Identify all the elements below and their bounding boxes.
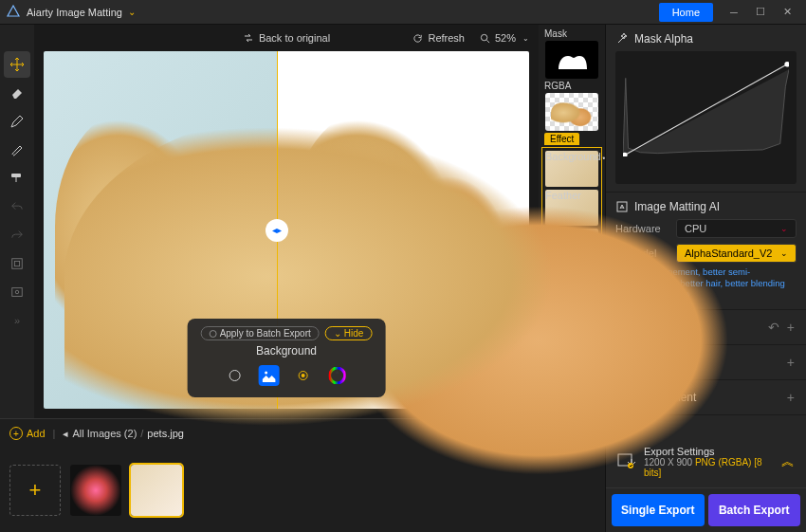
svg-point-4 [15,290,19,294]
redo-button[interactable] [4,222,30,248]
pencil-tool[interactable] [4,108,30,135]
tool-sidebar: » [0,25,34,418]
expand-sidebar-button[interactable]: » [4,307,30,334]
popup-title: Background [201,344,373,358]
back-to-original-button[interactable]: Back to original [243,32,330,44]
fit-tool[interactable] [4,250,30,277]
move-tool[interactable] [4,51,30,78]
svg-point-12 [784,62,789,67]
compare-tool[interactable] [4,279,30,305]
mask-alpha-title: Mask Alpha [634,32,693,46]
zoom-control[interactable]: 52%⌄ [480,32,529,44]
edit-undo-icon[interactable]: ↶ [768,320,779,335]
svg-rect-3 [12,288,23,297]
undo-button[interactable] [4,193,30,220]
thumbnail-2[interactable] [131,465,182,516]
bg-image-option[interactable] [259,365,280,386]
minimize-button[interactable]: ─ [721,3,747,22]
add-image-button[interactable]: +Add [9,427,46,440]
svg-rect-1 [12,259,23,269]
eraser-tool[interactable] [4,80,30,106]
color-picker-button[interactable] [327,365,348,386]
svg-rect-0 [11,174,21,177]
bg-none-option[interactable] [225,365,246,386]
mask-label: Mask [539,28,567,39]
mask-alpha-histogram[interactable] [615,51,797,184]
home-button[interactable]: Home [659,3,713,22]
title-dropdown-icon[interactable]: ⌄ [128,7,136,17]
app-logo-icon [6,5,21,20]
close-button[interactable]: ✕ [774,3,800,22]
brush-tool[interactable] [4,137,30,163]
refresh-button[interactable]: Refresh [412,32,465,44]
svg-rect-2 [14,261,19,266]
app-title: Aiarty Image Matting [27,7,122,18]
wand-icon [615,32,629,46]
export-expand-icon[interactable]: ︽ [781,453,795,470]
svg-point-7 [266,372,268,375]
roller-tool[interactable] [4,165,30,192]
maximize-button[interactable]: ☐ [747,3,774,22]
compare-handle-icon[interactable]: ◂▸ [266,219,288,242]
area-add-icon[interactable]: + [787,355,795,370]
edit-add-icon[interactable]: + [787,320,795,335]
apply-batch-toggle[interactable]: Apply to Batch Export [201,326,320,340]
svg-point-5 [481,34,486,40]
hide-popup-button[interactable]: ⌄Hide [325,326,373,340]
rgba-label: RGBA [539,81,571,91]
background-popup: Apply to Batch Export ⌄Hide Background [188,319,386,397]
bg-color-radio[interactable] [293,365,314,386]
refine-add-icon[interactable]: + [787,390,795,405]
add-image-tile[interactable]: + [9,465,61,516]
mask-thumbnail[interactable] [545,41,598,79]
